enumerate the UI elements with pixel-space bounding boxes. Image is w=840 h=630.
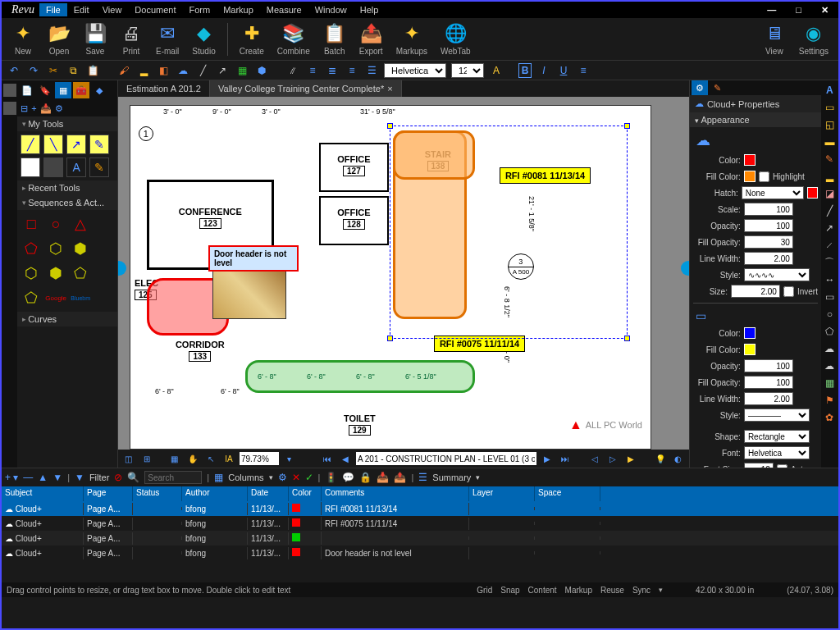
maximize-button[interactable]: □	[789, 3, 808, 17]
rtool-image[interactable]: ▦	[823, 377, 836, 390]
menu-document[interactable]: Document	[128, 3, 182, 16]
toggle-sync[interactable]: Sync	[632, 586, 651, 595]
nav-fwd-icon[interactable]: ▷	[605, 451, 620, 466]
font-size-select[interactable]: 12	[451, 63, 484, 78]
shape-hex-y[interactable]: ⬡	[45, 238, 66, 259]
gear-icon[interactable]: ⚙	[55, 103, 63, 114]
cloud-style-select[interactable]: ∿∿∿∿	[744, 268, 810, 281]
cut-icon[interactable]: ✂	[46, 63, 61, 78]
import-icon[interactable]: 📥	[40, 103, 52, 114]
toggle-snap[interactable]: Snap	[500, 586, 519, 595]
tool-5[interactable]	[21, 158, 40, 177]
webtab-button[interactable]: 🌐WebTab	[436, 21, 476, 57]
rtool-poly[interactable]: ⟋	[823, 239, 836, 252]
align-icon[interactable]: ≡	[576, 63, 591, 78]
collapse-icon[interactable]: ⊟	[21, 103, 28, 114]
recent-tools-header[interactable]: Recent Tools	[17, 180, 117, 195]
new-button[interactable]: ✦New	[7, 21, 39, 57]
email-button[interactable]: ✉E-mail	[151, 21, 184, 57]
menu-file[interactable]: File	[39, 3, 67, 16]
rtool-dim[interactable]: ↔	[823, 273, 836, 286]
bold-icon[interactable]: B	[518, 63, 532, 78]
shape-google[interactable]: Google	[45, 287, 66, 308]
fillopacity-input[interactable]	[744, 235, 793, 249]
ml-check-icon[interactable]: ✓	[305, 472, 313, 483]
nav-prev-icon[interactable]: ◀	[338, 451, 353, 466]
selection-box[interactable]	[390, 126, 628, 339]
markup-row[interactable]: ☁ Cloud+Page A...bfong11/13/...Door head…	[2, 546, 838, 560]
font-family-select[interactable]: Helvetica	[384, 63, 446, 78]
tool-8[interactable]: ✎	[89, 158, 109, 177]
create-button[interactable]: ✚Create	[235, 21, 269, 57]
rtool-cloud2[interactable]: ☁	[823, 359, 836, 372]
left-grabber[interactable]	[118, 261, 126, 276]
nav-split2-icon[interactable]: ⊞	[139, 451, 154, 466]
left-tab-2[interactable]	[3, 102, 16, 115]
tool-7[interactable]: A	[66, 158, 86, 177]
doc-tab-2[interactable]: Valley College Training Center Complete*…	[210, 80, 402, 97]
view-button[interactable]: 🖥View	[758, 21, 791, 57]
panel-tab-grid[interactable]: ▦	[55, 82, 71, 98]
shape-hex-y2[interactable]: ⬢	[70, 238, 91, 259]
rtool-polygon[interactable]: ⬠	[823, 325, 836, 338]
line-style-select[interactable]: ————	[744, 409, 810, 422]
align-center-icon[interactable]: ≣	[325, 63, 340, 78]
shape-bluebeam[interactable]: Bluebm	[70, 287, 91, 308]
doc-tab-1[interactable]: Estimation A 201.2	[118, 80, 210, 97]
page-info-input[interactable]	[356, 452, 536, 465]
opacity-input[interactable]	[744, 219, 793, 232]
scale-input[interactable]	[744, 203, 793, 216]
shape-pent-y[interactable]: ⬠	[70, 262, 91, 284]
line-icon[interactable]: ╱	[195, 63, 210, 78]
rtool-eraser[interactable]: ◪	[823, 187, 836, 200]
panel-tab-file[interactable]: 📄	[19, 82, 35, 98]
nav-grid-icon[interactable]: ▦	[167, 451, 182, 466]
linewidth2-input[interactable]	[744, 392, 793, 405]
rtool-callout[interactable]: ◱	[823, 118, 836, 131]
shape-square[interactable]: □	[21, 213, 42, 235]
rtool-text[interactable]: A	[823, 84, 836, 97]
shape-triangle[interactable]: △	[70, 213, 91, 235]
fillcolor2-swatch[interactable]	[744, 344, 756, 355]
ml-search-icon[interactable]: 🔍	[127, 472, 139, 483]
combine-button[interactable]: 📚Combine	[272, 21, 315, 57]
appearance-section[interactable]: Appearance	[690, 112, 821, 127]
highlight-checkbox[interactable]	[759, 171, 769, 182]
ml-columns-label[interactable]: Columns	[228, 472, 263, 482]
rtool-arc[interactable]: ⌒	[823, 256, 836, 269]
rtool-seal[interactable]: ✿	[823, 411, 836, 424]
tool-4[interactable]: ✎	[89, 135, 109, 154]
markup-row[interactable]: ☁ Cloud+Page A...bfong11/13/...RFI #0081…	[2, 501, 838, 516]
export-button[interactable]: 📤Export	[354, 21, 388, 57]
ml-x-icon[interactable]: ✕	[292, 472, 300, 483]
shape-pent-y2[interactable]: ⬠	[21, 287, 42, 308]
ml-reply-icon[interactable]: 💬	[342, 472, 354, 483]
menu-edit[interactable]: Edit	[67, 3, 96, 16]
nav-play-icon[interactable]: ▶	[623, 451, 638, 466]
font-select[interactable]: Helvetica	[744, 446, 810, 459]
sequences-header[interactable]: Sequences & Act...	[17, 195, 117, 210]
redo-icon[interactable]: ↷	[26, 63, 41, 78]
menu-view[interactable]: View	[96, 3, 129, 16]
print-button[interactable]: 🖨Print	[115, 21, 148, 57]
invert-checkbox[interactable]	[783, 286, 794, 297]
nav-first-icon[interactable]: ⏮	[320, 451, 335, 466]
minimize-button[interactable]: —	[760, 3, 783, 17]
toggle-grid[interactable]: Grid	[477, 586, 492, 595]
italic-icon[interactable]: I	[536, 63, 551, 78]
prop-tab-pen[interactable]: ✎	[710, 80, 726, 95]
hatch-select[interactable]: None	[742, 186, 804, 199]
rtool-note[interactable]: ▭	[823, 101, 836, 114]
menu-help[interactable]: Help	[354, 3, 386, 16]
markup-row[interactable]: ☁ Cloud+Page A...bfong11/13/...RFI #0075…	[2, 516, 838, 531]
tool-6[interactable]	[43, 158, 63, 177]
strikeout-icon[interactable]: ⫽	[285, 63, 300, 78]
ml-export-icon[interactable]: 📤	[394, 472, 406, 483]
markups-button[interactable]: ✦Markups	[391, 21, 432, 57]
menu-measure[interactable]: Measure	[260, 3, 308, 16]
ml-traffic-icon[interactable]: 🚦	[325, 472, 337, 483]
nav-next-icon[interactable]: ▶	[540, 451, 555, 466]
panel-tab-toolchest[interactable]: 🧰	[73, 82, 89, 98]
rtool-line[interactable]: ╱	[823, 204, 836, 217]
save-button[interactable]: 💾Save	[79, 21, 112, 57]
